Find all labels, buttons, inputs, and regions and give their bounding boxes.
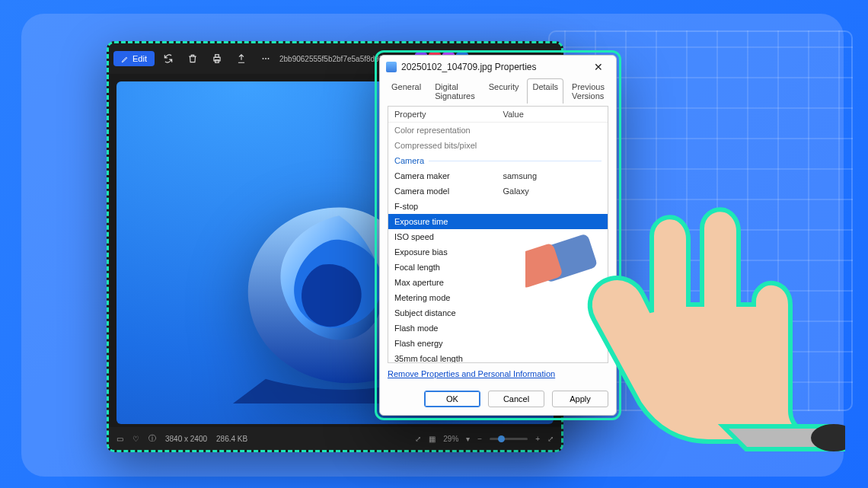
property-row[interactable]: Camera makersamsung: [388, 168, 608, 183]
property-label: F-stop: [394, 200, 503, 212]
info-icon[interactable]: ⓘ: [148, 433, 156, 444]
zoom-percent: 29%: [443, 435, 458, 443]
property-label: ISO speed: [394, 231, 503, 243]
share-icon[interactable]: [231, 48, 252, 69]
filesize-text: 286.4 KB: [216, 435, 247, 443]
property-label: Color representation: [394, 124, 503, 136]
property-value: [503, 139, 602, 152]
property-value: [503, 246, 602, 258]
property-row[interactable]: 35mm focal length: [388, 351, 608, 363]
property-row[interactable]: Max aperture: [388, 275, 608, 290]
property-label: 35mm focal length: [394, 352, 503, 363]
property-row[interactable]: Exposure bias: [388, 244, 608, 260]
svg-rect-1: [215, 55, 219, 58]
property-label: Max aperture: [394, 276, 503, 289]
property-value: [503, 124, 602, 136]
property-value: [503, 261, 602, 273]
details-panel: Property Value Color representationCompr…: [388, 106, 608, 363]
property-value: [503, 231, 602, 243]
rotate-icon[interactable]: [158, 48, 179, 69]
property-label: Flash mode: [394, 322, 503, 334]
property-row[interactable]: Focal length: [388, 260, 608, 275]
pencil-icon: [121, 55, 129, 63]
cancel-button[interactable]: Cancel: [488, 391, 544, 407]
property-value: Galaxy: [503, 185, 602, 197]
close-icon[interactable]: ✕: [587, 58, 610, 76]
properties-dialog: 20250102_104709.jpg Properties ✕ General…: [379, 55, 617, 416]
property-row[interactable]: F-stop: [388, 199, 608, 214]
property-value: [503, 337, 602, 349]
column-headers: Property Value: [388, 107, 608, 123]
property-row[interactable]: Subject distance: [388, 305, 608, 321]
property-row[interactable]: Flash energy: [388, 336, 608, 351]
tab-previous-versions[interactable]: Previous Versions: [566, 78, 610, 104]
property-value: [503, 322, 602, 334]
property-row[interactable]: Compressed bits/pixel: [388, 138, 608, 153]
zoom-out-icon[interactable]: −: [477, 435, 482, 443]
property-label: Subject distance: [394, 307, 503, 319]
trash-icon[interactable]: [182, 48, 203, 69]
property-row[interactable]: Exposure time: [388, 214, 608, 229]
svg-point-3: [263, 58, 264, 59]
zoom-slider[interactable]: [490, 438, 528, 440]
zoom-in-icon[interactable]: +: [535, 435, 540, 443]
fullscreen-icon[interactable]: ⤢: [547, 435, 554, 443]
property-value: [503, 200, 602, 212]
property-row[interactable]: Color representation: [388, 123, 608, 138]
property-label: Exposure bias: [394, 246, 503, 258]
file-icon: [386, 62, 397, 72]
property-label: Camera model: [394, 185, 503, 197]
dialog-button-row: OK Cancel Apply: [380, 384, 616, 415]
property-label: Flash energy: [394, 337, 503, 349]
film-icon[interactable]: ▦: [429, 435, 436, 443]
tab-details[interactable]: Details: [527, 78, 563, 104]
heart-icon[interactable]: ♡: [132, 435, 139, 443]
property-value: [503, 215, 602, 228]
properties-title: 20250102_104709.jpg Properties: [401, 62, 582, 72]
edit-button-label: Edit: [132, 54, 147, 63]
property-row[interactable]: Camera modelGalaxy: [388, 183, 608, 199]
resolution-text: 3840 x 2400: [165, 435, 207, 443]
edit-button[interactable]: Edit: [113, 51, 155, 66]
properties-tabs: GeneralDigital SignaturesSecurityDetails…: [380, 78, 616, 104]
property-value: [503, 276, 602, 289]
tab-digital-signatures[interactable]: Digital Signatures: [429, 78, 480, 104]
property-value: [503, 307, 602, 319]
apply-button[interactable]: Apply: [552, 391, 608, 407]
photos-statusbar: ▭ ♡ ⓘ 3840 x 2400 286.4 KB ⤢ ▦ 29% ▾ − +…: [109, 427, 561, 450]
col-property: Property: [394, 110, 503, 119]
more-icon[interactable]: [255, 48, 276, 69]
property-value: samsung: [503, 170, 602, 182]
property-label: Metering mode: [394, 292, 503, 304]
tab-general[interactable]: General: [386, 78, 426, 104]
col-value: Value: [503, 110, 602, 119]
property-row[interactable]: Metering mode: [388, 290, 608, 305]
group-camera: Camera: [388, 153, 608, 168]
svg-point-5: [268, 58, 270, 59]
property-label: Focal length: [394, 261, 503, 273]
tab-security[interactable]: Security: [483, 78, 525, 104]
property-value: [503, 352, 602, 363]
chevron-down-icon[interactable]: ▾: [466, 435, 470, 443]
filmstrip-icon[interactable]: ▭: [116, 435, 123, 443]
properties-titlebar: 20250102_104709.jpg Properties ✕: [380, 56, 616, 78]
property-label: Compressed bits/pixel: [394, 139, 503, 152]
property-label: Exposure time: [394, 215, 503, 228]
property-row[interactable]: ISO speed: [388, 229, 608, 244]
property-label: Camera maker: [394, 170, 503, 182]
fit-icon[interactable]: ⤢: [415, 435, 421, 443]
print-icon[interactable]: [206, 48, 228, 69]
remove-properties-link[interactable]: Remove Properties and Personal Informati…: [380, 363, 616, 384]
property-value: [503, 292, 602, 304]
svg-point-4: [265, 58, 266, 59]
ok-button[interactable]: OK: [424, 391, 480, 407]
property-row[interactable]: Flash mode: [388, 321, 608, 336]
